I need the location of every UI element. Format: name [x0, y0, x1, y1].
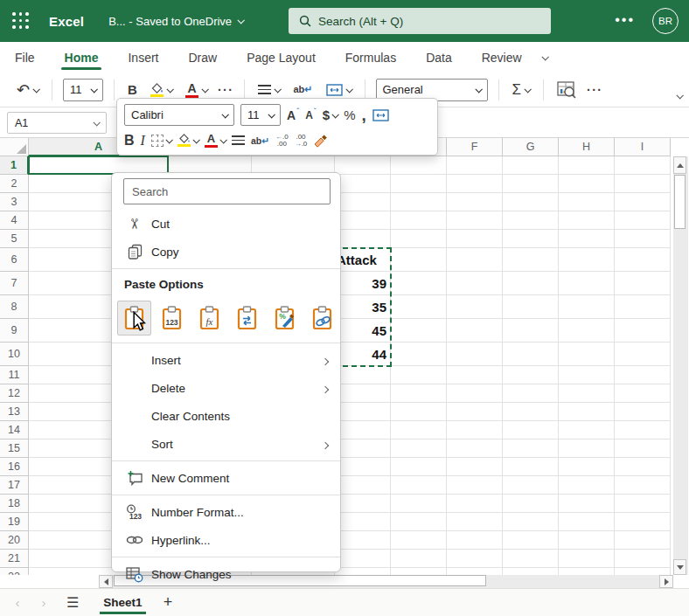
more-tabs-chevron-icon[interactable]: [541, 53, 548, 60]
add-sheet-button[interactable]: +: [164, 593, 173, 612]
cell-D1[interactable]: [335, 156, 391, 175]
cell-I10[interactable]: [615, 343, 671, 366]
cell-D20[interactable]: [335, 531, 391, 550]
app-launcher-icon[interactable]: [12, 12, 30, 30]
increase-decimal-button[interactable]: .00→.0: [295, 134, 308, 148]
cell-E13[interactable]: [391, 403, 447, 421]
vertical-scroll-thumb[interactable]: [674, 175, 686, 229]
paste-transpose-button[interactable]: [231, 301, 265, 336]
cell-D18[interactable]: [335, 495, 391, 513]
row-header-21[interactable]: 21: [0, 550, 29, 568]
cell-D15[interactable]: [335, 440, 391, 458]
tab-review[interactable]: Review: [477, 42, 527, 73]
cell-G16[interactable]: [503, 458, 559, 476]
cell-E14[interactable]: [391, 421, 447, 440]
row-header-9[interactable]: 9: [0, 319, 29, 343]
cell-F16[interactable]: [447, 458, 503, 476]
cell-D12[interactable]: [335, 384, 391, 403]
cell-F6[interactable]: [447, 248, 503, 272]
merge-cells-button[interactable]: [324, 82, 354, 98]
bold-button[interactable]: B: [125, 80, 140, 99]
cell-F20[interactable]: [447, 531, 503, 550]
cell-H16[interactable]: [559, 458, 615, 476]
row-header-5[interactable]: 5: [0, 230, 29, 248]
borders-button[interactable]: [151, 135, 171, 147]
format-painter-button[interactable]: [313, 134, 328, 148]
cell-E21[interactable]: [391, 550, 447, 568]
comma-format-button[interactable]: ,: [361, 111, 365, 120]
cell-F22[interactable]: [447, 568, 503, 575]
analyze-data-button[interactable]: [554, 80, 579, 100]
document-title[interactable]: B... - Saved to OneDrive: [108, 15, 243, 28]
search-input[interactable]: Search (Alt + Q): [289, 8, 551, 34]
menu-item-clear-contents[interactable]: Clear Contents: [112, 402, 340, 430]
cell-D3[interactable]: [335, 193, 391, 211]
cell-E5[interactable]: [391, 230, 447, 248]
cell-I19[interactable]: [615, 513, 671, 531]
column-header-I[interactable]: I: [615, 138, 671, 156]
cell-F18[interactable]: [447, 495, 503, 513]
cell-I17[interactable]: [615, 476, 671, 495]
cell-E6[interactable]: [391, 248, 447, 272]
cell-I14[interactable]: [615, 421, 671, 440]
autosum-button[interactable]: Σ: [510, 80, 533, 100]
accounting-format-button[interactable]: $: [323, 107, 338, 122]
cell-H14[interactable]: [559, 421, 615, 440]
mini-bold-button[interactable]: B: [124, 133, 135, 149]
name-box[interactable]: A1: [7, 112, 107, 134]
align-button[interactable]: [255, 83, 282, 96]
cell-H4[interactable]: [559, 211, 615, 230]
tab-insert[interactable]: Insert: [122, 42, 164, 73]
menu-item-hyperlink[interactable]: Hyperlink...: [112, 526, 340, 554]
paste-formulas-button[interactable]: fx: [192, 301, 226, 336]
paste-button[interactable]: [117, 301, 151, 336]
cell-E9[interactable]: [391, 319, 447, 343]
row-header-12[interactable]: 12: [0, 384, 29, 403]
mini-italic-button[interactable]: I: [141, 133, 145, 149]
cell-G5[interactable]: [503, 230, 559, 248]
cell-D22[interactable]: [335, 568, 391, 575]
cell-F15[interactable]: [447, 440, 503, 458]
cell-I3[interactable]: [615, 193, 671, 211]
cell-F14[interactable]: [447, 421, 503, 440]
cell-D8[interactable]: 35: [335, 295, 391, 319]
cell-I8[interactable]: [615, 295, 671, 319]
cell-F10[interactable]: [447, 343, 503, 366]
cell-D21[interactable]: [335, 550, 391, 568]
mini-font-size-select[interactable]: 11: [240, 104, 281, 126]
cell-I13[interactable]: [615, 403, 671, 421]
cell-E4[interactable]: [391, 211, 447, 230]
cell-I20[interactable]: [615, 531, 671, 550]
cell-G18[interactable]: [503, 495, 559, 513]
cell-F7[interactable]: [447, 272, 503, 295]
row-header-11[interactable]: 11: [0, 366, 29, 384]
cell-H8[interactable]: [559, 295, 615, 319]
cell-I5[interactable]: [615, 230, 671, 248]
cell-I22[interactable]: [615, 568, 671, 575]
cell-D17[interactable]: [335, 476, 391, 495]
cell-I15[interactable]: [615, 440, 671, 458]
cell-F11[interactable]: [447, 366, 503, 384]
row-header-13[interactable]: 13: [0, 403, 29, 421]
menu-item-show-changes[interactable]: Show Changes: [112, 560, 340, 588]
cell-F8[interactable]: [447, 295, 503, 319]
cell-G2[interactable]: [503, 175, 559, 193]
cell-F19[interactable]: [447, 513, 503, 531]
column-header-G[interactable]: G: [503, 138, 559, 156]
row-header-1[interactable]: 1: [0, 156, 29, 175]
font-name-select[interactable]: Calibri: [124, 104, 234, 126]
cell-E15[interactable]: [391, 440, 447, 458]
cell-H10[interactable]: [559, 343, 615, 366]
percent-format-button[interactable]: %: [344, 107, 355, 122]
cell-H11[interactable]: [559, 366, 615, 384]
cell-D5[interactable]: [335, 230, 391, 248]
context-menu-search-input[interactable]: [123, 178, 331, 204]
cell-G14[interactable]: [503, 421, 559, 440]
menu-item-sort[interactable]: Sort: [112, 430, 340, 458]
cell-G1[interactable]: [503, 156, 559, 175]
row-header-8[interactable]: 8: [0, 295, 29, 319]
cell-G20[interactable]: [503, 531, 559, 550]
cell-H18[interactable]: [559, 495, 615, 513]
cell-D2[interactable]: [335, 175, 391, 193]
cell-F9[interactable]: [447, 319, 503, 343]
